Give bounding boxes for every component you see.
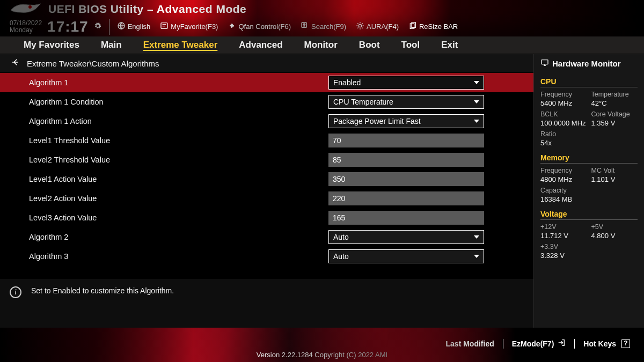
app-title: UEFI BIOS Utility – Advanced Mode: [48, 3, 246, 16]
chevron-down-icon: [474, 81, 479, 84]
stat-row: BCLKCore Voltage100.0000 MHz1.359 V: [540, 110, 638, 127]
sidebar-section-title: Voltage: [540, 210, 638, 220]
help-panel: i Set to Enabled to customize this Algor…: [0, 278, 533, 328]
stat-label: +3.3V: [540, 243, 587, 250]
stat-value: 16384 MB: [540, 195, 587, 203]
main-tabs: My FavoritesMainExtreme TweakerAdvancedM…: [0, 36, 644, 54]
setting-dropdown[interactable]: CPU Temperature: [328, 95, 484, 109]
tab-my-favorites[interactable]: My Favorites: [24, 40, 79, 50]
tab-boot[interactable]: Boot: [359, 40, 380, 50]
search-icon: ?: [301, 21, 309, 32]
aura-button[interactable]: AURA(F4): [356, 21, 399, 32]
tab-extreme-tweaker[interactable]: Extreme Tweaker: [143, 40, 218, 50]
stat-row: FrequencyMC Volt4800 MHz1.101 V: [540, 167, 638, 183]
setting-label: Level1 Threshold Value: [29, 136, 319, 145]
version-copyright: Version 2.22.1284 Copyright (C) 2022 AMI: [14, 351, 630, 359]
setting-row[interactable]: Level2 Threshold Value: [0, 150, 533, 169]
search-button[interactable]: ? Search(F9): [301, 21, 346, 32]
clock: 17:17: [47, 18, 89, 35]
stat-label: Core Voltage: [591, 110, 638, 118]
stat-value: 5400 MHz: [540, 99, 587, 107]
setting-label: Level2 Threshold Value: [29, 156, 319, 164]
svg-text:?: ?: [303, 23, 305, 27]
setting-label: Level3 Action Value: [29, 213, 319, 222]
stat-label: Capacity: [540, 187, 587, 194]
setting-label: Algorithm 2: [29, 233, 319, 241]
setting-row[interactable]: Level3 Action Value: [0, 208, 533, 227]
stat-value: 1.359 V: [591, 119, 638, 127]
stat-row: +3.3V3.328 V: [540, 243, 638, 260]
sidebar-section-title: Memory: [540, 153, 638, 164]
qfan-control-button[interactable]: Qfan Control(F6): [228, 21, 291, 32]
chevron-down-icon: [474, 235, 479, 239]
stat-label: [591, 187, 638, 194]
setting-input[interactable]: [328, 134, 484, 147]
top-toolbar: English MyFavorite(F3) Qfan Control(F6) …: [117, 21, 458, 32]
stat-value: [591, 252, 638, 260]
stat-value: 3.328 V: [540, 252, 587, 260]
myfavorite-button[interactable]: MyFavorite(F3): [160, 21, 218, 32]
stat-label: BCLK: [540, 110, 587, 118]
setting-input[interactable]: [328, 172, 484, 186]
help-box-icon: ?: [621, 339, 630, 348]
setting-row[interactable]: Algorithm 3Auto: [0, 247, 533, 266]
hotkeys-button[interactable]: Hot Keys ?: [583, 339, 630, 348]
setting-row[interactable]: Algorithm 1 ConditionCPU Temperature: [0, 92, 533, 112]
stat-label: [591, 243, 638, 250]
sidebar-title: Hardware Monitor: [552, 59, 621, 68]
globe-icon: [117, 21, 126, 32]
tab-tool[interactable]: Tool: [401, 40, 420, 50]
setting-row[interactable]: Level2 Action Value: [0, 189, 533, 208]
setting-dropdown[interactable]: Package Power Limit Fast: [328, 114, 484, 128]
stat-label: Ratio: [540, 130, 587, 138]
setting-input[interactable]: [328, 153, 484, 167]
date: 07/18/2022: [10, 20, 42, 27]
datetime: 07/18/2022 Monday 17:17: [10, 18, 101, 35]
svg-point-5: [358, 24, 361, 27]
divider: [109, 19, 109, 35]
language-button[interactable]: English: [117, 21, 151, 32]
ezmode-button[interactable]: EzMode(F7): [512, 338, 566, 349]
stat-value: 1.101 V: [591, 175, 638, 183]
settings-list: Algorithm 1EnabledAlgorithm 1 ConditionC…: [0, 73, 533, 278]
setting-input[interactable]: [328, 211, 484, 225]
stat-label: Frequency: [540, 167, 587, 174]
tab-monitor[interactable]: Monitor: [304, 40, 338, 50]
back-arrow-icon[interactable]: [11, 57, 20, 69]
stat-label: MC Volt: [591, 167, 638, 174]
settings-gear-icon[interactable]: [94, 22, 101, 31]
setting-label: Algorithm 1 Action: [29, 117, 319, 125]
weekday: Monday: [10, 27, 42, 34]
stat-value: [591, 195, 638, 203]
tab-advanced[interactable]: Advanced: [239, 40, 282, 50]
info-icon: i: [10, 286, 21, 298]
setting-dropdown[interactable]: Auto: [328, 249, 484, 263]
sidebar-section-title: CPU: [540, 77, 638, 87]
exit-icon: [557, 338, 566, 349]
stat-label: +5V: [591, 223, 638, 231]
tab-exit[interactable]: Exit: [441, 40, 458, 50]
monitor-icon: [540, 58, 549, 69]
resize-bar-button[interactable]: ReSize BAR: [408, 21, 458, 32]
setting-row[interactable]: Algorithm 1 ActionPackage Power Limit Fa…: [0, 112, 533, 131]
setting-row[interactable]: Level1 Action Value: [0, 169, 533, 189]
stat-value: 42°C: [591, 99, 638, 107]
setting-row[interactable]: Algorithm 1Enabled: [0, 73, 533, 92]
stat-value: 4800 MHz: [540, 175, 587, 183]
setting-dropdown[interactable]: Enabled: [328, 76, 484, 90]
footer: Last Modified EzMode(F7) Hot Keys ? Vers…: [0, 328, 644, 362]
setting-input[interactable]: [328, 191, 484, 205]
stat-row: Capacity16384 MB: [540, 187, 638, 203]
setting-row[interactable]: Level1 Threshold Value: [0, 131, 533, 150]
setting-dropdown[interactable]: Auto: [328, 230, 484, 244]
stat-row: +12V+5V11.712 V4.800 V: [540, 223, 638, 240]
stat-value: 54x: [540, 139, 587, 147]
resize-bar-icon: [408, 21, 417, 32]
last-modified-button[interactable]: Last Modified: [446, 339, 494, 348]
tab-main[interactable]: Main: [101, 40, 122, 50]
setting-row[interactable]: Algorithm 2Auto: [0, 227, 533, 247]
setting-label: Algorithm 1: [29, 78, 319, 87]
main-pane: Extreme Tweaker\Custom Algorithms Algori…: [0, 54, 533, 328]
star-list-icon: [160, 21, 169, 32]
setting-label: Algorithm 3: [29, 252, 319, 261]
